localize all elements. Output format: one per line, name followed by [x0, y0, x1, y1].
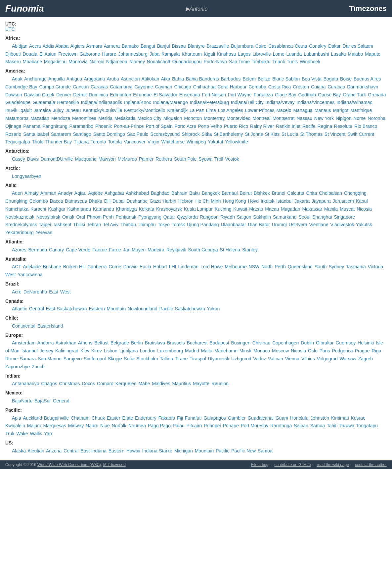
timezone-link[interactable]: Efate	[122, 415, 133, 421]
timezone-link[interactable]: Bougainville	[44, 415, 69, 421]
timezone-link[interactable]: Cocos	[82, 381, 95, 386]
timezone-link[interactable]: Kerguelen	[115, 381, 137, 386]
timezone-link[interactable]: Cambridge Bay	[5, 84, 37, 89]
timezone-link[interactable]: Auckland	[23, 415, 42, 421]
timezone-link[interactable]: Windhoek	[300, 59, 320, 64]
timezone-link[interactable]: Sitka	[202, 131, 212, 137]
timezone-link[interactable]: Ashgabat	[105, 190, 124, 196]
timezone-link[interactable]: Fort Nelson	[202, 92, 226, 97]
timezone-link[interactable]: St Lucia	[282, 131, 298, 137]
timezone-link[interactable]: Samarkand	[273, 214, 297, 220]
timezone-link[interactable]: Monterrey	[204, 116, 225, 121]
timezone-link[interactable]: Mawson	[99, 156, 116, 162]
timezone-link[interactable]: Malabo	[348, 51, 363, 57]
timezone-link[interactable]: Ujung Pandang	[187, 222, 219, 227]
timezone-link[interactable]: Resolute	[334, 124, 352, 129]
timezone-link[interactable]: Moncton	[184, 116, 202, 121]
timezone-link[interactable]: Adak	[12, 76, 22, 81]
timezone-link[interactable]: Cape Verde	[66, 247, 90, 252]
timezone-link[interactable]: Guam	[276, 415, 288, 421]
timezone-link[interactable]: Montreal	[252, 116, 270, 121]
timezone-link[interactable]: Copenhagen	[272, 340, 299, 345]
timezone-link[interactable]: Arizona	[46, 448, 62, 453]
timezone-link[interactable]: Vladivostok	[330, 222, 354, 227]
timezone-link[interactable]: Tahiti	[327, 423, 338, 428]
timezone-link[interactable]: Easter	[107, 415, 120, 421]
timezone-link[interactable]: Podgorica	[332, 348, 353, 353]
timezone-link[interactable]: Enderbury	[135, 415, 156, 421]
timezone-link[interactable]: Uzhgorod	[231, 356, 251, 361]
timezone-link[interactable]: Reunion	[211, 381, 229, 386]
timezone-link[interactable]: Ndjamena	[106, 59, 127, 64]
timezone-link[interactable]: Bucharest	[187, 340, 208, 345]
timezone-link[interactable]: Simferopol	[84, 356, 106, 361]
timezone-link[interactable]: Makassar	[302, 206, 322, 212]
bug-link[interactable]: File a bug	[251, 462, 269, 467]
timezone-link[interactable]: Qyzylorda	[177, 214, 198, 220]
timezone-link[interactable]: Queensland	[288, 264, 313, 269]
timezone-link[interactable]: Amsterdam	[12, 340, 36, 345]
timezone-link[interactable]: Tbilisi	[73, 222, 85, 227]
timezone-link[interactable]: Pyongyang	[138, 214, 161, 220]
timezone-link[interactable]: Sakhalin	[253, 214, 271, 220]
timezone-link[interactable]: Chatham	[71, 415, 90, 421]
timezone-link[interactable]: Grand Turk	[343, 92, 366, 97]
timezone-link[interactable]: Chongqing	[344, 190, 367, 196]
timezone-link[interactable]: Rangoon	[200, 214, 219, 220]
timezone-link[interactable]: Dakar	[328, 43, 340, 49]
timezone-link[interactable]: Macquarie	[75, 156, 96, 162]
timezone-link[interactable]: Kiev	[80, 348, 89, 353]
timezone-link[interactable]: Manaus	[315, 108, 331, 113]
timezone-link[interactable]: La Paz	[190, 108, 204, 113]
timezone-link[interactable]: Vostok	[225, 156, 239, 162]
timezone-link[interactable]: Madeira	[148, 247, 164, 252]
timezone-link[interactable]: Juba	[150, 51, 159, 57]
timezone-link[interactable]: Amman	[40, 190, 56, 196]
timezone-link[interactable]: Kamchatka	[5, 206, 28, 212]
timezone-link[interactable]: Macau	[265, 206, 279, 212]
timezone-link[interactable]: Dublin	[301, 340, 314, 345]
timezone-link[interactable]: Hovd	[248, 198, 259, 204]
timezone-link[interactable]: Cuiaba	[311, 84, 326, 89]
timezone-link[interactable]: Skopje	[108, 356, 122, 361]
timezone-link[interactable]: Chita	[306, 190, 317, 196]
timezone-link[interactable]: Cancun	[73, 84, 89, 89]
timezone-link[interactable]: Kuala Lumpur	[184, 206, 213, 212]
timezone-link[interactable]: Jujuy	[53, 108, 64, 113]
timezone-link[interactable]: Chihuahua	[193, 84, 216, 89]
timezone-link[interactable]: Bahrain	[171, 190, 187, 196]
timezone-link[interactable]: St Helena	[220, 247, 240, 252]
timezone-link[interactable]: Kinshasa	[217, 51, 236, 57]
timezone-link[interactable]: Merida	[98, 116, 112, 121]
timezone-link[interactable]: Kuching	[215, 206, 232, 212]
timezone-link[interactable]: Pacific	[159, 306, 173, 311]
timezone-link[interactable]: Vilnius	[301, 356, 315, 361]
timezone-link[interactable]: Choibalsan	[319, 190, 342, 196]
timezone-link[interactable]: Brisbane	[43, 264, 61, 269]
timezone-link[interactable]: Damascus	[65, 198, 87, 204]
timezone-link[interactable]: San Marino	[38, 356, 62, 361]
timezone-link[interactable]: Minsk	[240, 348, 252, 353]
timezone-link[interactable]: Edmonton	[110, 92, 131, 97]
timezone-link[interactable]: Melbourne	[225, 264, 247, 269]
timezone-link[interactable]: Freetown	[58, 51, 77, 57]
timezone-link[interactable]: Campo Grande	[39, 84, 71, 89]
timezone-link[interactable]: Novosibirsk	[36, 214, 60, 220]
timezone-link[interactable]: Ljubljana	[119, 348, 138, 353]
timezone-link[interactable]: Kigali	[204, 51, 215, 57]
timezone-link[interactable]: Creston	[293, 84, 309, 89]
timezone-link[interactable]: General	[53, 398, 69, 403]
timezone-link[interactable]: Cordoba	[248, 84, 266, 89]
utc-link[interactable]: UTC	[5, 26, 15, 32]
timezone-link[interactable]: Mogadishu	[44, 59, 67, 64]
timezone-link[interactable]: Helsinki	[358, 340, 374, 345]
timezone-link[interactable]: Anchorage	[24, 76, 47, 81]
timezone-link[interactable]: Rothera	[155, 156, 172, 162]
timezone-link[interactable]: Yekaterinburg	[5, 230, 34, 235]
timezone-link[interactable]: Fort Wayne	[228, 92, 252, 97]
timezone-link[interactable]: Ojinaga	[5, 124, 21, 129]
timezone-link[interactable]: Maceio	[276, 108, 291, 113]
timezone-link[interactable]: Bermuda	[28, 247, 47, 252]
timezone-link[interactable]: Hong Kong	[223, 198, 246, 204]
timezone-link[interactable]: Antananarivo	[12, 381, 39, 386]
